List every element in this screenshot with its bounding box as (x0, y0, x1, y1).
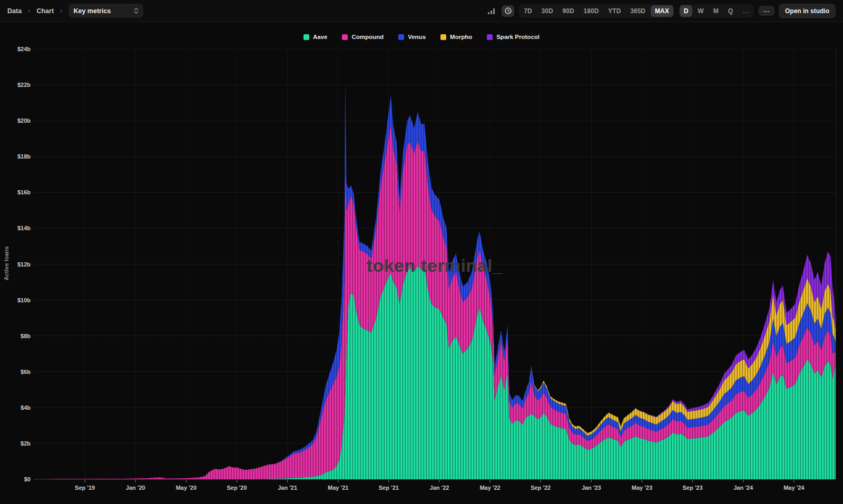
granularity-month[interactable]: M (709, 5, 723, 17)
y-axis-label: $8b (21, 333, 31, 339)
y-axis-label: $2b (21, 440, 31, 447)
clock-icon[interactable] (502, 5, 514, 17)
range-group: 7D 30D 90D 180D YTD 365D MAX (518, 4, 674, 18)
y-axis-label: $24b (17, 46, 31, 52)
x-axis-label: Jan '24 (733, 485, 753, 491)
y-axis-label: $20b (17, 117, 31, 124)
y-axis-label: $10b (17, 297, 31, 303)
x-axis-label: May '20 (176, 485, 197, 491)
chevron-right-icon: › (60, 7, 62, 15)
y-axis-label: $16b (17, 189, 31, 195)
chart-legend: Aave Compound Venus Morpho Spark Protoco… (0, 34, 843, 40)
legend-item-aave[interactable]: Aave (303, 34, 328, 40)
x-axis-label: May '21 (328, 485, 348, 491)
metric-select-value: Key metrics (73, 7, 111, 15)
x-axis-label: May '22 (479, 485, 500, 491)
legend-item-morpho[interactable]: Morpho (440, 34, 472, 40)
x-axis-label: Jan '22 (430, 485, 449, 491)
granularity-day[interactable]: D (680, 5, 693, 17)
legend-item-compound[interactable]: Compound (342, 34, 384, 40)
aave-swatch-icon (303, 34, 309, 40)
range-max[interactable]: MAX (651, 5, 673, 17)
y-axis-label: $6b (21, 369, 31, 375)
morpho-swatch-icon (440, 34, 446, 40)
x-axis-label: Sep '19 (75, 485, 95, 491)
range-ytd[interactable]: YTD (604, 5, 625, 17)
granularity-group: D W M Q … (679, 4, 754, 18)
y-axis-label: $0 (24, 476, 31, 482)
x-axis-label: Jan '20 (126, 485, 145, 491)
breadcrumb-chart[interactable]: Chart (36, 7, 54, 15)
x-axis-label: Sep '21 (379, 485, 399, 491)
breadcrumb-data[interactable]: Data (7, 7, 22, 15)
range-30d[interactable]: 30D (537, 5, 557, 17)
y-axis-title: Active loans (3, 246, 9, 280)
x-axis-label: Sep '20 (227, 485, 247, 491)
granularity-week[interactable]: W (693, 5, 708, 17)
more-options-button[interactable]: … (758, 6, 775, 16)
compound-swatch-icon (342, 34, 348, 40)
chart-area: Aave Compound Venus Morpho Spark Protoco… (0, 22, 843, 504)
spark-swatch-icon (487, 34, 493, 40)
range-365d[interactable]: 365D (626, 5, 650, 17)
granularity-quarter[interactable]: Q (724, 5, 737, 17)
range-7d[interactable]: 7D (519, 5, 536, 17)
top-toolbar: Data › Chart › Key metrics 7D 30D 90D (0, 0, 843, 22)
y-axis-label: $18b (17, 153, 31, 160)
active-loans-stacked-chart[interactable]: $0$2b$4b$6b$8b$10b$12b$14b$16b$18b$20b$2… (0, 22, 843, 504)
x-axis-label: May '24 (783, 485, 805, 491)
x-axis-label: Jan '23 (582, 485, 601, 491)
range-90d[interactable]: 90D (558, 5, 579, 17)
select-chevrons-icon (134, 8, 139, 14)
legend-item-spark-protocol[interactable]: Spark Protocol (487, 34, 540, 40)
x-axis-label: Sep '23 (683, 485, 703, 491)
y-axis-label: $12b (17, 261, 31, 268)
open-in-studio-button[interactable]: Open in studio (779, 4, 836, 18)
chevron-right-icon: › (28, 7, 30, 15)
y-axis-label: $14b (17, 225, 31, 231)
venus-swatch-icon (398, 34, 404, 40)
x-axis-label: May '23 (632, 485, 652, 491)
x-axis-label: Jan '21 (278, 485, 297, 491)
range-180d[interactable]: 180D (580, 5, 603, 17)
granularity-more[interactable]: … (738, 5, 753, 17)
bar-chart-icon[interactable] (485, 5, 497, 17)
metric-select[interactable]: Key metrics (68, 4, 143, 18)
legend-item-venus[interactable]: Venus (398, 34, 426, 40)
chart-controls: 7D 30D 90D 180D YTD 365D MAX D W M Q … …… (485, 4, 836, 18)
y-axis-label: $4b (21, 404, 31, 411)
y-axis-label: $22b (17, 82, 31, 88)
x-axis-label: Sep '22 (531, 485, 551, 491)
